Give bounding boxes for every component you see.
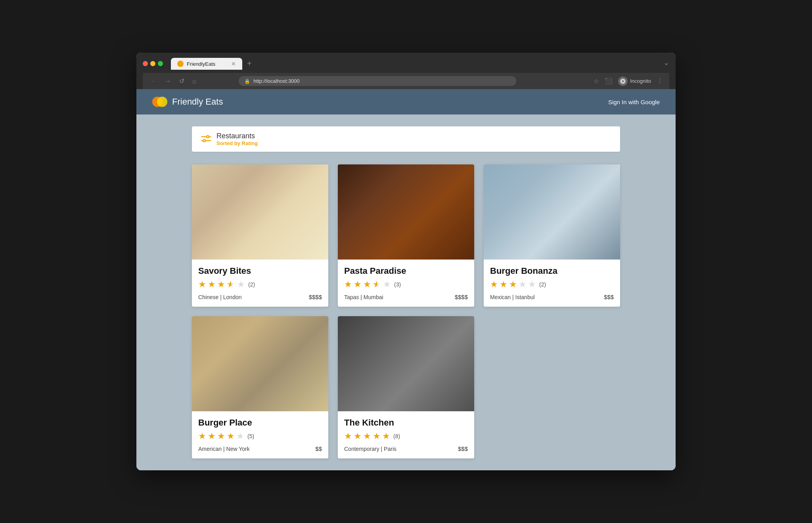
address-bar: ← → ↺ ⌂ 🔒 http://localhost:3000 ☆ ⬛ Inco… [143,73,669,89]
close-button[interactable] [143,61,148,66]
bookmark-icon[interactable]: ☆ [594,77,599,85]
review-count: (8) [393,433,400,439]
sliders-icon [201,135,211,143]
rating-stars: ★★★★★ (8) [344,431,468,441]
star-half: ★ ★ [227,279,236,290]
logo-icon [152,94,167,109]
card-body: Savory Bites ★★★ ★ ★ ★ (2) Chinese | Lon… [192,260,328,307]
browser-window: FriendlyEats ✕ + ⌄ ← → ↺ ⌂ 🔒 http://loca… [136,53,676,470]
restaurant-card[interactable]: Burger Bonanza ★★★★★ (2) Mexican | Istan… [484,164,620,307]
filter-subtitle: Sorted by Rating [216,140,258,146]
card-meta: Chinese | London $$$$ [198,294,322,300]
main-content: Restaurants Sorted by Rating Savory Bite… [136,115,676,470]
star-filled: ★ [217,431,225,441]
price-level: $$$$ [455,294,468,300]
card-image [192,316,328,411]
star-filled: ★ [217,279,225,290]
star-filled: ★ [208,279,216,290]
card-meta: Tapas | Mumbai $$$$ [344,294,468,300]
star-filled: ★ [509,279,517,290]
card-meta: Mexican | Istanbul $$$ [490,294,614,300]
address-bar-right: ☆ ⬛ Incognito ⋮ [594,76,663,86]
star-empty: ★ [237,279,245,290]
review-count: (2) [248,281,255,288]
app-name: Friendly Eats [172,97,223,107]
restaurant-card[interactable]: Burger Place ★★★★★ (5) American | New Yo… [192,316,328,458]
star-filled: ★ [382,431,390,441]
active-tab[interactable]: FriendlyEats ✕ [171,58,242,70]
split-screen-icon[interactable]: ⬛ [605,77,613,85]
star-filled: ★ [344,279,352,290]
restaurant-card[interactable]: Savory Bites ★★★ ★ ★ ★ (2) Chinese | Lon… [192,164,328,307]
cuisine-location: Chinese | London [198,294,242,300]
card-body: Burger Place ★★★★★ (5) American | New Yo… [192,411,328,458]
rating-stars: ★★★★★ (5) [198,431,322,441]
app-header: Friendly Eats Sign In with Google [136,89,676,115]
url-bar[interactable]: 🔒 http://localhost:3000 [239,76,516,86]
cuisine-location: Contemporary | Paris [344,446,396,452]
app-logo: Friendly Eats [152,94,223,109]
star-filled: ★ [227,431,235,441]
filter-text: Restaurants Sorted by Rating [216,132,258,146]
restaurant-grid: Savory Bites ★★★ ★ ★ ★ (2) Chinese | Lon… [192,164,620,458]
card-meta: American | New York $$ [198,445,322,452]
filter-icon [201,135,210,143]
svg-point-3 [207,136,209,138]
tab-bar: FriendlyEats ✕ + [171,57,660,70]
svg-point-5 [203,139,205,142]
window-controls [143,61,163,66]
home-button[interactable]: ⌂ [191,77,198,86]
forward-button[interactable]: → [163,77,173,86]
review-count: (2) [539,281,546,288]
card-body: The Kitchen ★★★★★ (8) Contemporary | Par… [338,411,474,458]
avatar [618,76,628,86]
maximize-button[interactable] [158,61,163,66]
tab-close-icon[interactable]: ✕ [231,61,236,67]
card-body: Burger Bonanza ★★★★★ (2) Mexican | Istan… [484,260,620,307]
filter-title: Restaurants [216,132,258,140]
restaurant-name: The Kitchen [344,418,468,428]
price-level: $$$$ [309,294,322,300]
minimize-button[interactable] [150,61,155,66]
cuisine-location: American | New York [198,446,250,452]
star-filled: ★ [500,279,508,290]
star-filled: ★ [198,431,206,441]
tab-favicon [177,61,184,67]
star-filled: ★ [373,431,381,441]
star-empty: ★ [519,279,527,290]
review-count: (5) [247,433,254,439]
rating-stars: ★★★ ★ ★ ★ (3) [344,279,468,290]
back-button[interactable]: ← [149,77,159,86]
star-filled: ★ [363,431,371,441]
tab-title: FriendlyEats [187,61,228,67]
reload-button[interactable]: ↺ [178,76,186,86]
star-filled: ★ [208,431,216,441]
star-filled: ★ [490,279,498,290]
rating-stars: ★★★ ★ ★ ★ (2) [198,279,322,290]
filter-bar[interactable]: Restaurants Sorted by Rating [192,126,620,152]
card-body: Pasta Paradise ★★★ ★ ★ ★ (3) Tapas | Mum… [338,260,474,307]
card-image [192,164,328,260]
rating-stars: ★★★★★ (2) [490,279,614,290]
card-meta: Contemporary | Paris $$$ [344,445,468,452]
menu-icon[interactable]: ⋮ [657,77,663,85]
new-tab-button[interactable]: + [244,57,255,70]
sign-in-button[interactable]: Sign In with Google [608,99,660,105]
star-empty: ★ [528,279,536,290]
tab-menu-icon: ⌄ [663,58,669,69]
svg-point-1 [157,97,167,107]
restaurant-card[interactable]: The Kitchen ★★★★★ (8) Contemporary | Par… [338,316,474,458]
price-level: $$$ [458,445,468,452]
star-half: ★ ★ [373,279,381,290]
price-level: $$ [315,445,322,452]
star-filled: ★ [354,431,362,441]
cuisine-location: Mexican | Istanbul [490,294,535,300]
incognito-button[interactable]: Incognito [618,76,651,86]
star-filled: ★ [354,279,362,290]
card-image [484,164,620,260]
restaurant-card[interactable]: Pasta Paradise ★★★ ★ ★ ★ (3) Tapas | Mum… [338,164,474,307]
restaurant-name: Burger Bonanza [490,266,614,276]
url-lock-icon: 🔒 [244,78,250,84]
cuisine-location: Tapas | Mumbai [344,294,383,300]
incognito-label: Incognito [630,78,651,84]
